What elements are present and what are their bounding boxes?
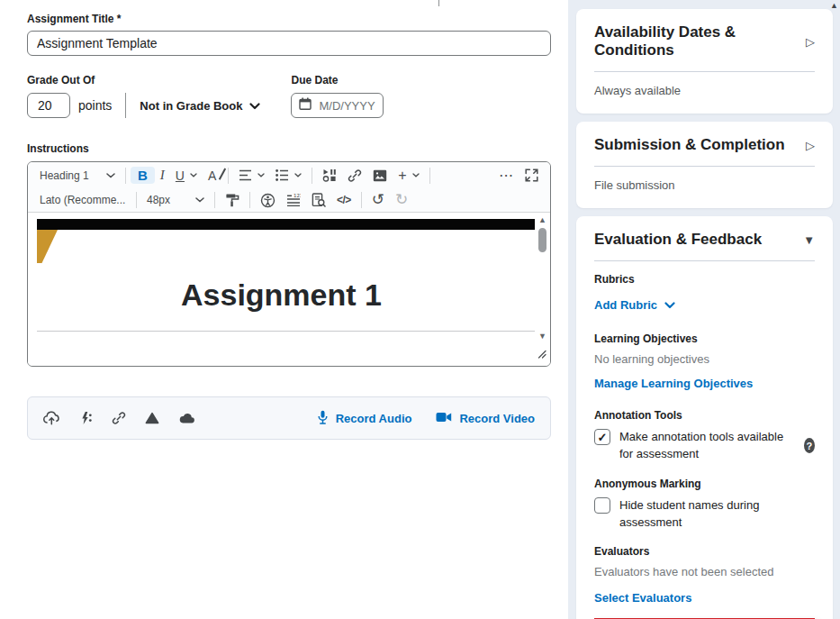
add-rubric-button[interactable]: Add Rubric	[594, 298, 675, 312]
font-size-value: 48px	[147, 194, 170, 206]
help-icon[interactable]: ?	[804, 438, 815, 453]
font-family-value: Lato (Recomme...	[40, 194, 125, 206]
toolbar-separator	[429, 168, 430, 184]
instructions-editor: Heading 1 B I U A	[27, 161, 551, 367]
record-video-button[interactable]: Record Video	[436, 412, 535, 425]
anonymous-marking-checkbox-label: Hide student names during assessment	[619, 497, 815, 532]
toolbar-separator	[361, 192, 362, 208]
manage-learning-objectives-link[interactable]: Manage Learning Objectives	[594, 377, 753, 390]
image-icon	[373, 169, 387, 182]
undo-button[interactable]: ↺	[366, 190, 390, 210]
chevron-down-icon	[190, 173, 197, 178]
grade-value-input[interactable]	[27, 93, 70, 118]
toolbar-overflow-button[interactable]: ⋯	[493, 164, 519, 187]
svg-text:123: 123	[294, 194, 301, 198]
fullscreen-button[interactable]	[519, 166, 544, 185]
due-date-input[interactable]: M/D/YYYY	[291, 93, 384, 118]
due-date-group: Due Date M/D/YYYY	[291, 74, 384, 118]
insert-more-button[interactable]: +	[393, 165, 424, 187]
insert-stuff-icon	[322, 168, 337, 182]
quicklink-button[interactable]	[342, 166, 367, 186]
upload-file-icon[interactable]	[43, 411, 60, 425]
chevron-down-icon	[294, 173, 302, 178]
submission-card-header[interactable]: Submission & Completion ▷	[594, 136, 815, 154]
format-painter-button[interactable]	[220, 190, 245, 210]
editor-content-area[interactable]: Assignment 1 ▲ ▼	[28, 213, 550, 344]
link-icon	[348, 168, 362, 183]
assignment-title-input[interactable]	[27, 31, 551, 56]
weblink-icon[interactable]	[112, 411, 126, 425]
editor-toolbar-row1: Heading 1 B I U A	[28, 162, 550, 188]
annotation-tools-checkbox[interactable]: ✓	[594, 429, 610, 445]
anonymous-marking-checkbox[interactable]	[594, 497, 610, 514]
annotation-tools-checkbox-label: Make annotation tools available for asse…	[619, 429, 795, 463]
toolbar-separator	[228, 168, 229, 184]
accessibility-checker-button[interactable]	[255, 190, 281, 211]
availability-card-header[interactable]: Availability Dates & Conditions ▷	[594, 23, 815, 59]
submission-summary: File submission	[594, 178, 815, 192]
video-camera-icon	[436, 412, 452, 425]
card-divider	[594, 260, 815, 261]
points-suffix: points	[78, 98, 112, 113]
scrollbar-thumb[interactable]	[538, 228, 546, 252]
evaluation-card-header[interactable]: Evaluation & Feedback ▼	[594, 231, 815, 249]
preview-button[interactable]	[306, 190, 331, 210]
card-divider	[594, 166, 815, 167]
learning-objectives-label: Learning Objectives	[594, 332, 815, 345]
editor-scrollbar[interactable]: ▲ ▼	[537, 216, 548, 341]
list-button[interactable]	[270, 167, 307, 184]
bold-button[interactable]: B	[131, 167, 155, 184]
font-size-select[interactable]: 48px	[141, 191, 210, 209]
panel-scroll-up-icon[interactable]: ▲	[830, 1, 838, 10]
resize-handle-icon[interactable]	[537, 346, 546, 362]
insert-image-button[interactable]	[367, 167, 393, 185]
fullscreen-icon	[525, 168, 538, 182]
select-evaluators-link[interactable]: Select Evaluators	[594, 591, 691, 605]
chevron-down-icon	[249, 99, 260, 113]
toolbar-separator	[214, 192, 215, 208]
chevron-right-icon: ▷	[806, 139, 815, 152]
editor-toolbar-row2: Lato (Recomme... 48px 123	[28, 188, 550, 213]
evaluators-status: Evaluators have not been selected	[594, 565, 815, 578]
availability-card: Availability Dates & Conditions ▷ Always…	[576, 9, 833, 114]
preview-icon	[312, 193, 326, 207]
italic-button[interactable]: I	[155, 165, 170, 186]
underline-button[interactable]: U	[170, 166, 203, 186]
evaluation-card-title: Evaluation & Feedback	[594, 231, 762, 249]
settings-panel: ▲ Availability Dates & Conditions ▷ Alwa…	[568, 0, 840, 619]
font-family-select[interactable]: Lato (Recomme...	[34, 191, 131, 209]
evaluators-label: Evaluators	[594, 545, 815, 558]
toolbar-separator	[136, 192, 137, 208]
document-banner-bar	[37, 219, 535, 230]
assignment-edit-page: Assignment Title * Grade Out Of points N…	[0, 0, 840, 619]
document-gold-ribbon	[37, 230, 58, 263]
google-drive-icon[interactable]	[145, 412, 159, 424]
grade-out-of-label: Grade Out Of	[27, 74, 260, 86]
redo-button[interactable]: ↻	[390, 190, 413, 210]
word-count-button[interactable]: 123	[281, 191, 306, 209]
record-audio-button[interactable]: Record Audio	[317, 410, 412, 427]
top-divider-artifact	[438, 0, 439, 6]
onedrive-icon[interactable]	[178, 413, 195, 423]
scroll-down-icon[interactable]: ▼	[538, 332, 546, 341]
card-divider	[594, 71, 815, 72]
scroll-up-icon[interactable]: ▲	[538, 216, 546, 224]
underline-glyph: U	[176, 168, 185, 183]
toolbar-separator	[249, 192, 250, 208]
bullet-list-icon	[275, 169, 289, 181]
insert-stuff-button[interactable]	[317, 166, 342, 185]
font-color-button[interactable]: A	[203, 166, 223, 186]
chevron-down-icon	[195, 197, 204, 203]
existing-activity-icon[interactable]	[79, 411, 93, 425]
grade-book-dropdown[interactable]: Not in Grade Book	[140, 99, 260, 113]
availability-card-title: Availability Dates & Conditions	[594, 23, 806, 59]
record-audio-label: Record Audio	[336, 412, 412, 425]
availability-summary: Always available	[594, 84, 815, 97]
rubrics-label: Rubrics	[594, 273, 815, 286]
anonymous-marking-label: Anonymous Marking	[594, 478, 815, 490]
align-button[interactable]	[233, 167, 270, 184]
toolbar-separator	[125, 168, 126, 184]
submission-card: Submission & Completion ▷ File submissio…	[576, 122, 833, 208]
paragraph-format-select[interactable]: Heading 1	[34, 167, 121, 185]
source-code-button[interactable]: </>	[331, 191, 357, 209]
